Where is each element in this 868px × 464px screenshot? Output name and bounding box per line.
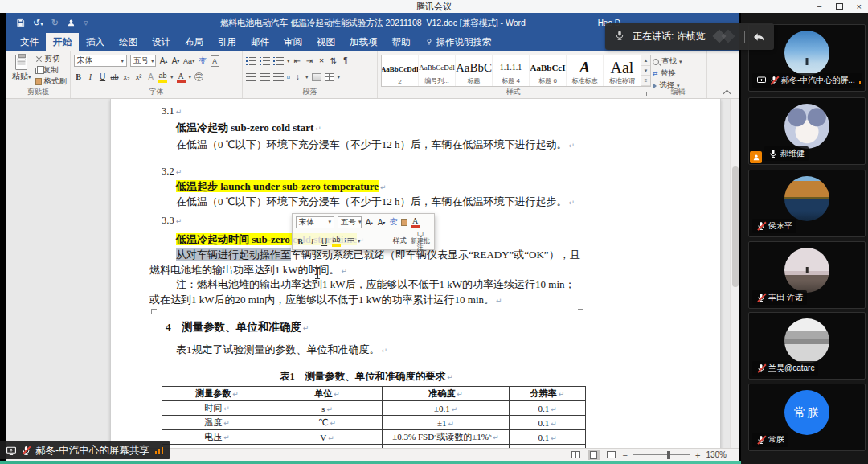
shrink-font-icon[interactable]: A▾ bbox=[171, 55, 180, 67]
highlight-color-icon[interactable]: ab bbox=[158, 72, 167, 83]
enclose-character-icon[interactable]: 字 bbox=[194, 72, 203, 81]
zoom-level[interactable]: 130% bbox=[706, 450, 727, 459]
superscript-icon[interactable]: x² bbox=[134, 72, 143, 83]
tab-mailings[interactable]: 邮件 bbox=[244, 33, 276, 51]
strikethrough-icon[interactable]: ab bbox=[110, 72, 119, 83]
cut-button[interactable]: 剪切 bbox=[35, 54, 68, 64]
decrease-indent-icon[interactable]: ⇤ bbox=[293, 55, 302, 67]
bullet-list-icon[interactable] bbox=[249, 57, 256, 65]
reply-arrow-icon[interactable] bbox=[752, 31, 765, 43]
collapse-ribbon-icon[interactable] bbox=[723, 90, 731, 98]
clipboard-dialog-launcher[interactable] bbox=[64, 92, 68, 96]
mini-shrink-font-icon[interactable]: A▾ bbox=[377, 216, 386, 228]
mini-phonetic-icon[interactable]: 变 bbox=[389, 216, 398, 228]
participant-tile[interactable]: 丰田-许诺 bbox=[748, 241, 866, 309]
paste-button[interactable]: 粘贴▾ bbox=[10, 54, 34, 88]
find-button[interactable]: 查找▾ bbox=[653, 56, 703, 67]
paragraph-dialog-launcher[interactable] bbox=[371, 92, 375, 96]
scrollbar-thumb[interactable] bbox=[732, 166, 739, 287]
change-case-icon[interactable]: Aa▾ bbox=[183, 55, 195, 67]
grow-font-icon[interactable]: A▴ bbox=[159, 55, 168, 67]
bold-icon[interactable]: B bbox=[74, 72, 83, 83]
read-mode-button[interactable] bbox=[570, 450, 582, 460]
mini-font-name-select[interactable]: 宋体▾ bbox=[296, 216, 334, 228]
zoom-slider[interactable] bbox=[633, 454, 690, 456]
font-color-icon[interactable]: A bbox=[177, 72, 186, 83]
style-item[interactable]: 1.1.1.1标题 4 bbox=[493, 55, 530, 86]
mini-italic-icon[interactable]: I bbox=[308, 236, 317, 247]
font-dialog-launcher[interactable] bbox=[236, 92, 240, 96]
show-marks-icon[interactable]: ¶ bbox=[342, 55, 350, 67]
shading-icon[interactable] bbox=[312, 73, 321, 81]
align-center-icon[interactable] bbox=[260, 73, 270, 81]
line-spacing-icon[interactable]: ↕ bbox=[293, 72, 302, 83]
mini-bold-icon[interactable]: B bbox=[296, 236, 305, 247]
style-item[interactable]: A标准标志 bbox=[567, 55, 604, 86]
style-item[interactable]: Aal标准称谓 bbox=[604, 55, 641, 86]
document-page[interactable]: 3.1 低温冷起动 sub-zero cold start 在低温（0 ℃以下）… bbox=[110, 99, 721, 448]
style-item[interactable]: AaBbCcI标题 6 bbox=[530, 55, 567, 86]
mini-font-color-icon[interactable]: A bbox=[411, 216, 420, 228]
character-border-icon[interactable]: A bbox=[211, 55, 219, 67]
mini-styles-button[interactable]: 样式 bbox=[393, 236, 407, 247]
increase-indent-icon[interactable]: ⇥ bbox=[305, 55, 314, 67]
sort-icon[interactable]: ⇅ bbox=[330, 55, 338, 67]
participant-tile[interactable]: 常朕 常朕 bbox=[748, 384, 866, 451]
numbered-list-icon[interactable] bbox=[263, 57, 270, 65]
user-icon[interactable] bbox=[67, 18, 76, 27]
phonetic-guide-icon[interactable]: 变 bbox=[199, 55, 207, 67]
asian-layout-icon[interactable]: ✕ bbox=[317, 55, 326, 67]
font-name-select[interactable]: 宋体▾ bbox=[74, 55, 127, 67]
tell-me-search[interactable]: 操作说明搜索 bbox=[418, 33, 499, 51]
tab-references[interactable]: 引用 bbox=[211, 33, 244, 51]
mini-format-painter-icon[interactable] bbox=[401, 219, 407, 226]
subscript-icon[interactable]: x₂ bbox=[122, 72, 131, 83]
mini-new-comment-button[interactable]: 🗨新建批注 bbox=[410, 232, 431, 251]
tab-addins[interactable]: 加载项 bbox=[342, 33, 385, 51]
mini-highlight-icon[interactable]: ab bbox=[332, 236, 341, 247]
style-item[interactable]: AaBbC标题 bbox=[456, 55, 493, 86]
multilevel-list-icon[interactable] bbox=[276, 57, 284, 65]
vertical-scrollbar[interactable] bbox=[730, 99, 739, 448]
styles-dialog-launcher[interactable] bbox=[643, 92, 647, 96]
style-item[interactable]: AaBbCcDdl编号列... bbox=[419, 55, 456, 86]
participant-tile[interactable]: 兰昊@catarc bbox=[748, 312, 866, 380]
underline-icon[interactable]: U bbox=[98, 72, 107, 83]
tab-insert[interactable]: 插入 bbox=[79, 33, 112, 51]
participant-tile[interactable]: 郝维健 bbox=[748, 97, 866, 165]
style-item[interactable]: AaBbCcDdI2 bbox=[382, 55, 419, 86]
mini-underline-icon[interactable]: U bbox=[320, 236, 329, 247]
align-left-icon[interactable] bbox=[246, 73, 256, 81]
web-layout-button[interactable] bbox=[605, 450, 617, 460]
maximize-icon[interactable] bbox=[836, 3, 843, 10]
tab-file[interactable]: 文件 bbox=[13, 33, 46, 51]
copy-button[interactable]: 复制 bbox=[35, 65, 68, 76]
tab-layout[interactable]: 布局 bbox=[178, 33, 211, 51]
text-effects-icon[interactable]: A bbox=[146, 72, 155, 83]
zoom-slider-thumb[interactable] bbox=[667, 451, 670, 459]
minimize-icon[interactable]: − bbox=[817, 0, 821, 13]
undo-icon[interactable]: ↺▾ bbox=[33, 18, 43, 28]
justify-icon[interactable] bbox=[287, 76, 290, 79]
customize-qat-icon[interactable]: ▿ bbox=[84, 18, 88, 28]
save-icon[interactable] bbox=[16, 18, 25, 27]
tab-draw[interactable]: 绘图 bbox=[112, 33, 145, 51]
align-right-icon[interactable] bbox=[273, 73, 284, 81]
close-icon[interactable]: × bbox=[857, 0, 862, 13]
replace-button[interactable]: ⇄替换 bbox=[653, 68, 703, 79]
tab-home[interactable]: 开始 bbox=[46, 33, 79, 51]
mini-bullets-icon[interactable] bbox=[348, 238, 354, 245]
mini-font-size-select[interactable]: 五号▾ bbox=[338, 216, 362, 228]
tab-help[interactable]: 帮助 bbox=[385, 33, 418, 51]
italic-icon[interactable]: I bbox=[86, 72, 95, 83]
participant-tile[interactable]: 侯永平 bbox=[748, 170, 866, 237]
zoom-in-icon[interactable]: + bbox=[695, 450, 700, 460]
zoom-out-icon[interactable]: − bbox=[623, 450, 628, 460]
redo-icon[interactable]: ↻ bbox=[51, 18, 59, 28]
tab-view[interactable]: 视图 bbox=[309, 33, 342, 51]
print-layout-button[interactable] bbox=[588, 450, 600, 460]
mini-grow-font-icon[interactable]: A▴ bbox=[365, 216, 374, 228]
tab-review[interactable]: 审阅 bbox=[276, 33, 309, 51]
tab-design[interactable]: 设计 bbox=[145, 33, 178, 51]
borders-icon[interactable] bbox=[325, 73, 334, 81]
